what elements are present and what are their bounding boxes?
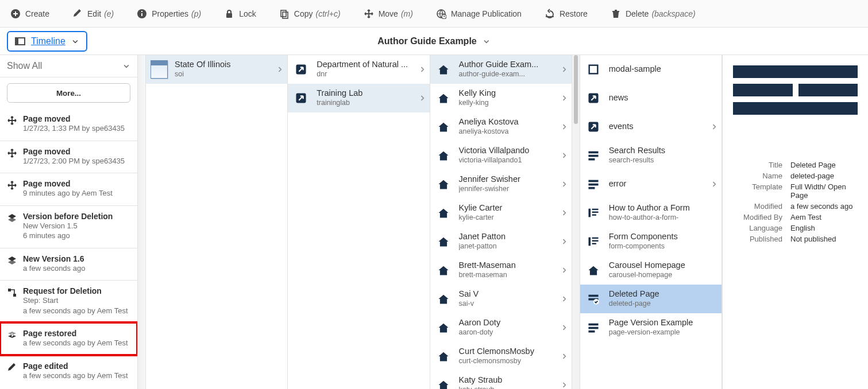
chevron-right-icon bbox=[560, 65, 568, 73]
column-row[interactable]: Page Version Example page-version-exampl… bbox=[580, 313, 722, 342]
toolbar-hint: (m) bbox=[401, 9, 413, 18]
row-title: Katy Straub bbox=[459, 375, 553, 385]
chevron-right-icon bbox=[560, 180, 568, 188]
toolbar-properties[interactable]: Properties (p) bbox=[132, 5, 206, 22]
timeline-item[interactable]: New Version 1.6 a few seconds ago bbox=[0, 248, 137, 281]
column-row[interactable]: Carousel Homepage carousel-homepage bbox=[580, 256, 722, 285]
chevron-right-icon bbox=[560, 238, 568, 246]
row-title: Jennifer Swisher bbox=[459, 174, 553, 184]
column-scrollbar[interactable] bbox=[572, 55, 580, 389]
toolbar-create[interactable]: Create bbox=[6, 5, 54, 22]
column-row[interactable]: Kylie Carter kylie-carter bbox=[430, 199, 572, 227]
template-check-icon bbox=[585, 290, 602, 308]
timeline-item[interactable]: Page moved 1/27/23, 1:33 PM by spe63435 bbox=[0, 108, 137, 141]
column-1: Department of Natural ... dnr Training L… bbox=[288, 55, 430, 389]
home-icon bbox=[435, 118, 452, 135]
column-row[interactable]: news bbox=[580, 84, 722, 112]
column-row[interactable]: modal-sample bbox=[580, 55, 722, 84]
row-title: Victoria Villalpando bbox=[459, 146, 553, 155]
timeline-item[interactable]: Version before Deletion New Version 1.56… bbox=[0, 205, 137, 248]
column-row[interactable]: Search Results search-results bbox=[580, 141, 722, 170]
meta-value: deleted-page bbox=[790, 172, 858, 180]
detail-panel: TitleDeleted PageNamedeleted-pageTemplat… bbox=[722, 55, 868, 389]
row-title: Search Results bbox=[609, 146, 718, 155]
copy-icon bbox=[279, 9, 290, 19]
column-row[interactable]: Sai V sai-v bbox=[430, 285, 572, 313]
timeline-item[interactable]: Request for Deletion Step: Starta few se… bbox=[0, 280, 137, 322]
toolbar-label: Restore bbox=[560, 9, 588, 18]
column-row[interactable]: Brett-Maseman brett-maseman bbox=[430, 256, 572, 285]
chevron-right-icon bbox=[710, 180, 718, 188]
row-sub: dnr bbox=[317, 70, 411, 79]
row-sub: aneliya-kostova bbox=[459, 127, 553, 136]
toolbar-label: Copy bbox=[294, 9, 313, 18]
column-row[interactable]: Form Components form-components bbox=[580, 227, 722, 256]
home-icon bbox=[435, 61, 452, 78]
rail-switcher[interactable]: Timeline bbox=[7, 31, 87, 52]
toolbar-copy[interactable]: Copy (ctrl+c) bbox=[275, 5, 345, 22]
column-row[interactable]: Jennifer Swisher jennifer-swisher bbox=[430, 170, 572, 199]
toolbar-hint: (p) bbox=[191, 9, 201, 18]
row-title: error bbox=[609, 179, 703, 189]
column-scroll-hint bbox=[138, 55, 146, 389]
column-row[interactable]: Victoria Villalpando victoria-villalpand… bbox=[430, 141, 572, 170]
timeline-list: Page moved 1/27/23, 1:33 PM by spe63435 … bbox=[0, 108, 137, 389]
meta-key: Template bbox=[733, 182, 782, 200]
toolbar-move[interactable]: Move (m) bbox=[359, 5, 418, 22]
row-sub: victoria-villalpando1 bbox=[459, 156, 553, 165]
row-sub: form-components bbox=[609, 242, 718, 251]
form-icon bbox=[585, 233, 602, 250]
home-icon bbox=[435, 376, 452, 390]
row-sub: kelly-king bbox=[459, 99, 553, 107]
timeline-item-meta: a few seconds ago by Aem Test bbox=[23, 371, 128, 381]
column-row[interactable]: Janet Patton janet-patton bbox=[430, 227, 572, 256]
toolbar-manage-publication[interactable]: Manage Publication bbox=[431, 5, 526, 22]
column-row[interactable]: events bbox=[580, 112, 722, 141]
home-icon bbox=[435, 90, 452, 107]
row-title: Department of Natural ... bbox=[317, 60, 411, 69]
timeline-item[interactable]: Page moved 1/27/23, 2:00 PM by spe63435 bbox=[0, 141, 137, 173]
column-row[interactable]: Aneliya Kostova aneliya-kostova bbox=[430, 112, 572, 141]
toolbar-edit[interactable]: Edit (e) bbox=[68, 5, 118, 22]
row-sub: traininglab bbox=[317, 99, 411, 107]
timeline-item-title: Page moved bbox=[23, 114, 125, 123]
column-row[interactable]: Department of Natural ... dnr bbox=[288, 55, 429, 84]
column-row[interactable]: Author Guide Exam... author-guide-exam..… bbox=[430, 55, 572, 84]
column-row[interactable]: Kelly King kelly-king bbox=[430, 84, 572, 112]
timeline-item-meta: a few seconds ago bbox=[23, 263, 85, 274]
row-sub: katy-straub bbox=[459, 386, 553, 389]
timeline-item[interactable]: Page moved 9 minutes ago by Aem Test bbox=[0, 173, 137, 205]
toolbar-delete[interactable]: Delete (backspace) bbox=[606, 5, 700, 22]
chevron-right-icon bbox=[710, 123, 718, 131]
row-sub: how-to-author-a-form- bbox=[609, 213, 718, 222]
meta-key: Language bbox=[733, 224, 782, 232]
column-row[interactable]: How to Author a Form how-to-author-a-for… bbox=[580, 199, 722, 227]
timeline-item[interactable]: Page edited a few seconds ago by Aem Tes… bbox=[0, 355, 137, 388]
timeline-item-meta: 9 minutes ago by Aem Test bbox=[23, 188, 113, 199]
row-title: Training Lab bbox=[317, 88, 411, 98]
meta-row: Modifieda few seconds ago bbox=[733, 202, 858, 211]
column-row[interactable]: Katy Straub katy-straub bbox=[430, 371, 572, 389]
column-row[interactable]: Curt ClemonsMosby curt-clemonsmosby bbox=[430, 342, 572, 371]
toolbar-lock[interactable]: Lock bbox=[219, 5, 261, 22]
row-title: Aneliya Kostova bbox=[459, 117, 553, 127]
row-title: news bbox=[609, 93, 718, 103]
column-row[interactable]: error bbox=[580, 170, 722, 199]
page-title[interactable]: Author Guide Example bbox=[377, 36, 490, 46]
timeline-filter[interactable]: Show All bbox=[0, 55, 137, 77]
meta-value: English bbox=[790, 224, 858, 232]
row-title: How to Author a Form bbox=[609, 203, 718, 213]
column-row[interactable]: Deleted Page deleted-page bbox=[580, 285, 722, 313]
toolbar-label: Delete bbox=[626, 9, 649, 18]
column-row[interactable]: Aaron Doty aaron-doty bbox=[430, 313, 572, 342]
home-icon bbox=[435, 262, 452, 279]
timeline-more-button[interactable]: More... bbox=[7, 83, 130, 103]
toolbar-restore[interactable]: Restore bbox=[540, 5, 592, 22]
timeline-item-meta: a few seconds ago by Aem Test bbox=[23, 306, 128, 316]
timeline-item[interactable]: Page restored a few seconds ago by Aem T… bbox=[0, 322, 137, 355]
timeline-item-title: Version before Deletion bbox=[23, 212, 113, 221]
meta-row: LanguageEnglish bbox=[733, 224, 858, 232]
row-title: Deleted Page bbox=[609, 289, 718, 299]
column-row[interactable]: State Of Illinois soi bbox=[146, 55, 287, 84]
column-row[interactable]: Training Lab traininglab bbox=[288, 84, 429, 112]
